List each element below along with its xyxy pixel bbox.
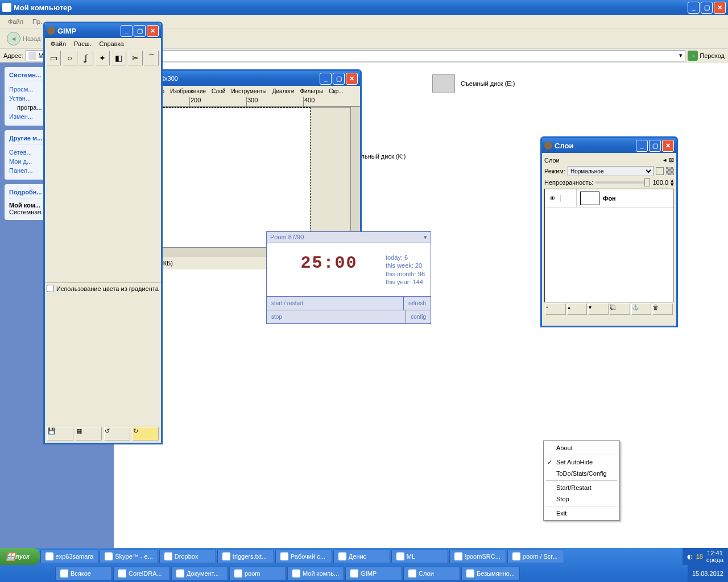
canvas-close[interactable]: ✕ bbox=[346, 73, 358, 85]
poom-refresh[interactable]: refresh bbox=[404, 297, 431, 310]
ctx-todo[interactable]: ToDo/Stats/Config bbox=[544, 468, 619, 479]
task-item[interactable]: triggers.txt... bbox=[217, 550, 274, 563]
task-item[interactable]: Безымянно... bbox=[461, 567, 520, 580]
layer-dup[interactable]: ⿻ bbox=[610, 304, 630, 315]
gimp-btn-1[interactable]: 💾 bbox=[47, 427, 73, 440]
scroll-v[interactable] bbox=[351, 107, 360, 248]
poom-titlebar[interactable]: Poom 87/90▾ bbox=[267, 232, 431, 243]
task-icon bbox=[234, 569, 242, 577]
tool-lasso[interactable]: ʆ bbox=[78, 51, 93, 65]
task-icon bbox=[280, 552, 288, 560]
explorer-max[interactable]: ▢ bbox=[701, 2, 713, 14]
task-item[interactable]: Денис bbox=[333, 550, 390, 563]
layers-close[interactable]: ✕ bbox=[662, 140, 674, 152]
explorer-min[interactable]: _ bbox=[688, 2, 700, 14]
tool-color-select[interactable]: ◧ bbox=[111, 51, 126, 65]
system-tray[interactable]: ◐ 18 12:41среда bbox=[682, 548, 728, 565]
ctx-stop[interactable]: Stop bbox=[544, 493, 619, 505]
layers-close-tab[interactable]: ⊠ bbox=[669, 156, 674, 164]
gimp-btn-3[interactable]: ↺ bbox=[104, 427, 130, 440]
task-item[interactable]: exp63samara bbox=[40, 550, 99, 563]
layers-max[interactable]: ▢ bbox=[649, 140, 661, 152]
gimp-bottom-buttons: 💾 ▦ ↺ ↻ bbox=[45, 425, 161, 443]
gradient-checkbox[interactable] bbox=[47, 285, 54, 292]
tool-rect-select[interactable]: ▭ bbox=[46, 51, 61, 65]
tool-ellipse-select[interactable]: ○ bbox=[63, 51, 77, 65]
explorer-titlebar[interactable]: Мой компьютер _ ▢ ✕ bbox=[0, 0, 728, 15]
addr-icon bbox=[28, 52, 36, 60]
tool-paths[interactable]: ⌒ bbox=[144, 51, 159, 65]
poom-stats: today: 6this week: 20this month: 96this … bbox=[386, 253, 425, 286]
gimp-toolbox: GIMP _ ▢ ✕ Файл Расш. Справка ▭ ○ ʆ ✦ ◧ … bbox=[43, 22, 163, 444]
task-icon bbox=[408, 569, 416, 577]
task-item[interactable]: ML bbox=[391, 550, 448, 563]
task-item[interactable]: GIMP bbox=[345, 567, 402, 580]
poom-config[interactable]: config bbox=[406, 310, 431, 323]
tray-badge: 18 bbox=[696, 553, 703, 560]
menu-file[interactable]: Файл bbox=[3, 17, 28, 26]
layers-opts-icon[interactable]: ◂ bbox=[663, 156, 667, 164]
opacity-spinner[interactable]: ▴▾ bbox=[671, 178, 674, 186]
ctx-start[interactable]: Start/Restart bbox=[544, 482, 619, 493]
tray-context-menu: About Set AutoHide ToDo/Stats/Config Sta… bbox=[543, 440, 620, 521]
layer-new[interactable]: ▫ bbox=[545, 304, 566, 315]
poom-start[interactable]: start / restart bbox=[267, 297, 404, 310]
task-item[interactable]: Слои bbox=[403, 567, 460, 580]
task-icon bbox=[292, 569, 300, 577]
task-item[interactable]: Всякое bbox=[55, 567, 112, 580]
ctx-about[interactable]: About bbox=[544, 442, 619, 454]
gimp-logo-icon bbox=[544, 142, 552, 149]
task-item[interactable]: CorelDRA... bbox=[113, 567, 170, 580]
layers-titlebar[interactable]: Слои _ ▢ ✕ bbox=[542, 138, 676, 153]
gimp-close[interactable]: ✕ bbox=[147, 25, 159, 37]
task-icon bbox=[454, 552, 462, 560]
addr-label: Адрес: bbox=[3, 52, 23, 59]
opacity-slider[interactable] bbox=[595, 181, 650, 184]
layer-del[interactable]: 🗑 bbox=[652, 304, 673, 315]
lock-alpha[interactable] bbox=[656, 167, 664, 175]
gimp-min[interactable]: _ bbox=[121, 25, 133, 37]
task-item[interactable]: Skype™ - e... bbox=[100, 550, 158, 563]
task-icon bbox=[176, 569, 184, 577]
explorer-close[interactable]: ✕ bbox=[714, 2, 726, 14]
layer-anchor[interactable]: ⚓ bbox=[631, 304, 652, 315]
task-item[interactable]: Документ... bbox=[171, 567, 228, 580]
gimp-btn-2[interactable]: ▦ bbox=[76, 427, 102, 440]
taskbar: 🪟 пуск exp63samara Skype™ - e... Dropbox… bbox=[0, 548, 728, 582]
canvas-max[interactable]: ▢ bbox=[333, 73, 345, 85]
layers-min[interactable]: _ bbox=[636, 140, 648, 152]
gimp-btn-4[interactable]: ↻ bbox=[133, 427, 159, 440]
task-item[interactable]: Dropbox bbox=[159, 550, 216, 563]
nav-back[interactable]: ◄Назад bbox=[3, 30, 44, 47]
layer-up[interactable]: ▴ bbox=[567, 304, 588, 315]
start-button[interactable]: 🪟 пуск bbox=[0, 548, 40, 565]
drive-item[interactable]: Съемный диск (E:) bbox=[432, 74, 546, 93]
gimp-logo-icon bbox=[47, 27, 55, 35]
poom-stop[interactable]: stop bbox=[267, 310, 406, 323]
task-icon bbox=[512, 552, 520, 560]
task-item[interactable]: !poomSRC... bbox=[449, 550, 506, 563]
ctx-exit[interactable]: Exit bbox=[544, 508, 619, 519]
lock-pixels[interactable] bbox=[666, 167, 674, 175]
task-item[interactable]: Рабочий с... bbox=[275, 550, 332, 563]
canvas-min[interactable]: _ bbox=[320, 73, 332, 85]
visibility-icon[interactable]: 👁 bbox=[545, 195, 561, 202]
go-arrow-icon: → bbox=[688, 51, 698, 61]
task-icon bbox=[222, 552, 230, 560]
gimp-titlebar[interactable]: GIMP _ ▢ ✕ bbox=[45, 23, 161, 38]
layer-item[interactable]: 👁 Фон bbox=[545, 189, 673, 207]
mode-select[interactable]: Нормальное bbox=[568, 166, 653, 176]
tool-wand[interactable]: ✦ bbox=[95, 51, 110, 65]
task-item[interactable]: poom / Scr... bbox=[507, 550, 564, 563]
go-button[interactable]: →Переход bbox=[688, 51, 725, 61]
tray-icon[interactable]: ◐ bbox=[687, 553, 693, 560]
ctx-autohide[interactable]: Set AutoHide bbox=[544, 456, 619, 468]
task-item[interactable]: Мой компь... bbox=[287, 567, 344, 580]
gimp-max[interactable]: ▢ bbox=[134, 25, 146, 37]
task-icon bbox=[396, 552, 404, 560]
layer-down[interactable]: ▾ bbox=[588, 304, 609, 315]
tool-scissors[interactable]: ✂ bbox=[128, 51, 143, 65]
poom-minimize[interactable]: ▾ bbox=[424, 234, 427, 241]
task-icon bbox=[105, 552, 113, 560]
task-item[interactable]: poom bbox=[229, 567, 286, 580]
